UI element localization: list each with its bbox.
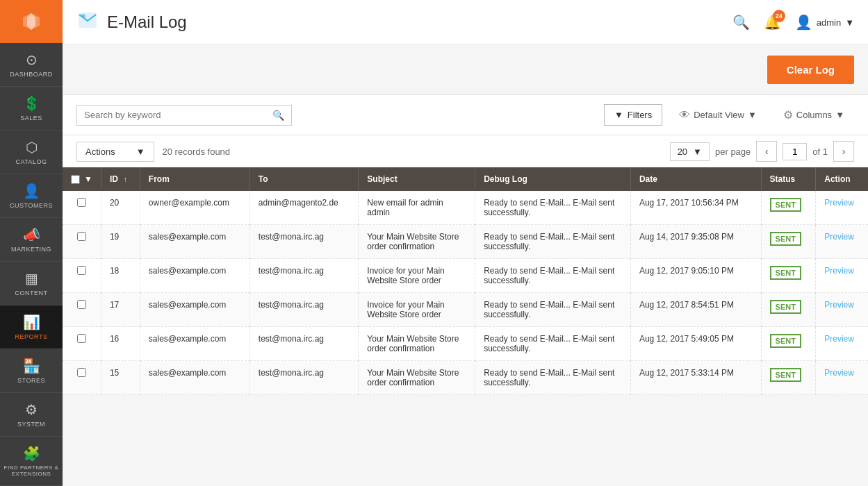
row-checkbox[interactable] <box>77 334 86 343</box>
next-page-button[interactable]: › <box>833 141 854 162</box>
email-log-icon <box>76 9 99 36</box>
table-row: 15 sales@example.com test@mona.irc.ag Yo… <box>63 361 868 395</box>
actions-dropdown[interactable]: Actions ▼ <box>76 142 154 162</box>
row-checkbox-cell <box>63 361 101 395</box>
current-page-input[interactable] <box>783 143 807 160</box>
columns-dropdown-icon: ▼ <box>835 110 844 120</box>
status-badge: SENT <box>770 266 801 280</box>
row-id: 19 <box>101 225 140 259</box>
status-badge: SENT <box>770 198 801 212</box>
th-debug-log[interactable]: Debug Log <box>475 167 631 191</box>
actions-left: Actions ▼ 20 records found <box>76 142 230 162</box>
content-icon: ▦ <box>25 270 38 287</box>
sidebar-item-label: CATALOG <box>15 158 47 165</box>
row-checkbox[interactable] <box>77 368 86 377</box>
row-to: test@mona.irc.ag <box>249 361 359 395</box>
row-id: 16 <box>101 327 140 361</box>
th-action[interactable]: Action <box>816 167 868 191</box>
row-debug-log: Ready to send E-Mail... E-Mail sent succ… <box>475 361 631 395</box>
sidebar-item-customers[interactable]: 👤 CUSTOMERS <box>0 174 63 218</box>
header-left: E-Mail Log <box>76 9 187 36</box>
search-icon[interactable]: 🔍 <box>272 110 284 121</box>
sidebar-item-stores[interactable]: 🏪 STORES <box>0 349 63 393</box>
sales-icon: 💲 <box>23 95 40 112</box>
row-status: SENT <box>761 225 816 259</box>
records-found: 20 records found <box>163 146 231 157</box>
sidebar: ⊙ DASHBOARD 💲 SALES ⬡ CATALOG 👤 CUSTOMER… <box>0 0 63 486</box>
row-debug-log: Ready to send E-Mail... E-Mail sent succ… <box>475 259 631 293</box>
toolbar-right: ▼ Filters 👁 Default View ▼ ⚙ Columns ▼ <box>604 103 854 126</box>
filters-button[interactable]: ▼ Filters <box>604 104 662 126</box>
preview-link[interactable]: Preview <box>824 368 854 378</box>
sidebar-item-label: CONTENT <box>15 290 48 296</box>
sidebar-item-marketing[interactable]: 📣 MARKETING <box>0 218 63 262</box>
preview-link[interactable]: Preview <box>824 266 854 276</box>
row-to: test@mona.irc.ag <box>249 327 359 361</box>
th-checkbox-dropdown-icon[interactable]: ▼ <box>84 174 92 184</box>
table-row: 20 owner@example.com admin@magento2.de N… <box>63 191 868 225</box>
search-input[interactable] <box>84 110 272 120</box>
default-view-label: Default View <box>694 110 744 120</box>
page-size-value: 20 <box>678 146 687 157</box>
sidebar-item-sales[interactable]: 💲 SALES <box>0 87 63 131</box>
columns-button[interactable]: ⚙ Columns ▼ <box>773 103 854 126</box>
sidebar-item-dashboard[interactable]: ⊙ DASHBOARD <box>0 43 63 87</box>
prev-page-button[interactable]: ‹ <box>756 141 777 162</box>
sidebar-item-system[interactable]: ⚙ SYSTEM <box>0 393 63 437</box>
preview-link[interactable]: Preview <box>824 198 854 208</box>
status-badge: SENT <box>770 300 801 314</box>
row-action: Preview <box>816 259 868 293</box>
row-checkbox[interactable] <box>77 266 86 275</box>
row-debug-log: Ready to send E-Mail... E-Mail sent succ… <box>475 293 631 327</box>
sidebar-item-content[interactable]: ▦ CONTENT <box>0 262 63 305</box>
page-title: E-Mail Log <box>107 12 187 32</box>
row-subject: Invoice for your Main Website Store orde… <box>359 259 475 293</box>
actions-row: Actions ▼ 20 records found 20 ▼ per page… <box>63 135 868 167</box>
preview-link[interactable]: Preview <box>824 232 854 242</box>
th-subject[interactable]: Subject <box>359 167 475 191</box>
th-checkbox: ▼ <box>63 167 101 191</box>
row-date: Aug 12, 2017 5:49:05 PM <box>630 327 761 361</box>
th-date[interactable]: Date <box>630 167 761 191</box>
sidebar-item-label: DASHBOARD <box>10 71 53 78</box>
sidebar-logo <box>0 0 63 43</box>
th-from[interactable]: From <box>140 167 249 191</box>
marketing-icon: 📣 <box>23 226 40 243</box>
th-id[interactable]: ID ↑ <box>101 167 140 191</box>
sidebar-item-find-partners[interactable]: 🧩 FIND PARTNERS & EXTENSIONS <box>0 437 63 486</box>
preview-link[interactable]: Preview <box>824 300 854 310</box>
preview-link[interactable]: Preview <box>824 334 854 344</box>
row-status: SENT <box>761 191 816 225</box>
th-to[interactable]: To <box>249 167 359 191</box>
admin-menu-button[interactable]: 👤 admin ▼ <box>795 14 854 31</box>
per-page-label: per page <box>715 146 751 157</box>
row-debug-log: Ready to send E-Mail... E-Mail sent succ… <box>475 225 631 259</box>
select-all-checkbox[interactable] <box>71 175 80 184</box>
sidebar-item-label: STORES <box>17 377 45 384</box>
sidebar-item-reports[interactable]: 📊 REPORTS <box>0 305 63 349</box>
page-size-dropdown[interactable]: 20 ▼ <box>670 142 710 161</box>
search-box[interactable]: 🔍 <box>76 105 292 126</box>
row-status: SENT <box>761 361 816 395</box>
sidebar-item-label: CUSTOMERS <box>10 202 53 209</box>
th-status[interactable]: Status <box>761 167 816 191</box>
header-search-button[interactable]: 🔍 <box>732 14 750 31</box>
eye-icon: 👁 <box>679 109 690 122</box>
row-status: SENT <box>761 259 816 293</box>
default-view-button[interactable]: 👁 Default View ▼ <box>669 104 767 126</box>
table-row: 19 sales@example.com test@mona.irc.ag Yo… <box>63 225 868 259</box>
main-content: E-Mail Log 🔍 🔔 24 👤 admin ▼ Clear Log 🔍 <box>63 0 868 486</box>
row-checkbox-cell <box>63 191 101 225</box>
partners-icon: 🧩 <box>23 445 40 462</box>
pagination: 20 ▼ per page ‹ of 1 › <box>670 141 854 162</box>
row-checkbox[interactable] <box>77 300 86 309</box>
notification-badge: 24 <box>773 10 785 22</box>
columns-gear-icon: ⚙ <box>783 108 793 122</box>
sidebar-item-catalog[interactable]: ⬡ CATALOG <box>0 131 63 174</box>
notification-button[interactable]: 🔔 24 <box>764 14 781 31</box>
table-row: 18 sales@example.com test@mona.irc.ag In… <box>63 259 868 293</box>
clear-log-button[interactable]: Clear Log <box>767 56 854 84</box>
row-status: SENT <box>761 327 816 361</box>
row-checkbox[interactable] <box>77 198 86 207</box>
row-checkbox[interactable] <box>77 232 86 241</box>
